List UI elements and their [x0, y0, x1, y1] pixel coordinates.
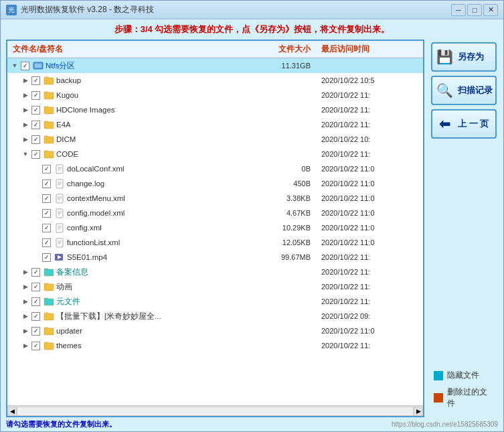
minimize-button[interactable]: ─	[451, 4, 466, 16]
svg-rect-6	[56, 179, 63, 188]
file-name: themes	[56, 342, 256, 350]
expand-icon[interactable]: ▶	[21, 120, 30, 129]
file-checkbox[interactable]	[31, 283, 40, 291]
file-checkbox[interactable]	[21, 62, 29, 70]
instruction-text: 步骤：3/4 勾选需要恢复的文件，点《另存为》按钮，将文件复制出来。	[114, 24, 390, 34]
close-button[interactable]: ✕	[483, 4, 498, 16]
file-header: 文件名/盘符名 文件大小 最后访问时间	[7, 41, 423, 58]
file-checkbox[interactable]	[42, 165, 51, 173]
file-checkbox[interactable]	[31, 106, 40, 115]
scroll-left-button[interactable]: ◀	[7, 407, 17, 416]
table-row[interactable]: ▶backup2020/10/22 10:5	[7, 73, 423, 88]
file-date: 2020/10/22 11:0	[316, 327, 423, 335]
expand-icon[interactable]: ▼	[10, 61, 19, 70]
table-row[interactable]: ▶动画2020/10/22 11:	[7, 279, 423, 294]
file-name: DICM	[56, 135, 256, 143]
scroll-right-button[interactable]: ▶	[414, 407, 423, 416]
table-row[interactable]: S5E01.mp499.67MB2020/10/22 11:	[7, 250, 423, 265]
expand-icon[interactable]: ▶	[21, 326, 30, 336]
file-checkbox[interactable]	[42, 194, 51, 203]
table-row[interactable]: ▶themes2020/10/22 11:	[7, 338, 423, 353]
table-row[interactable]: ▶Kugou2020/10/22 11:	[7, 88, 423, 102]
scan-records-button[interactable]: 🔍 扫描记录	[431, 76, 497, 105]
file-size: 450B	[256, 179, 316, 188]
file-checkbox[interactable]	[42, 209, 51, 218]
file-name: Ntfs分区	[46, 61, 256, 71]
file-list[interactable]: ▼Ntfs分区11.31GB▶backup2020/10/22 10:5▶Kug…	[7, 58, 423, 405]
file-checkbox[interactable]	[42, 224, 51, 232]
table-row[interactable]: ▼CODE2020/10/22 11:	[7, 147, 423, 161]
table-row[interactable]: ▶E4A2020/10/22 11:	[7, 117, 423, 132]
expand-icon[interactable]: ▶	[21, 105, 30, 115]
file-date: 2020/10/22 09:	[316, 312, 423, 320]
folder-icon	[44, 296, 54, 307]
table-row[interactable]: ▶【批量下载】[米奇妙妙屋全...2020/10/22 09:	[7, 309, 423, 323]
file-checkbox[interactable]	[31, 297, 40, 306]
table-row[interactable]: contextMenu.xml3.38KB2020/10/22 11:0	[7, 191, 423, 206]
expand-icon[interactable]: ▶	[21, 267, 30, 277]
file-checkbox[interactable]	[31, 150, 40, 159]
file-size: 10.29KB	[256, 224, 316, 232]
table-row[interactable]: ▶元文件2020/10/22 11:	[7, 294, 423, 309]
expand-icon[interactable]: ▶	[21, 76, 30, 85]
table-row[interactable]: doLocalConf.xml0B2020/10/22 11:0	[7, 161, 423, 176]
file-date: 2020/10/22 11:	[316, 297, 423, 305]
col-date-header: 最后访问时间	[316, 44, 423, 55]
file-name: CODE	[56, 150, 256, 158]
file-date: 2020/10/22 11:0	[316, 209, 423, 217]
table-row[interactable]: ▶DICM2020/10/22 10:	[7, 132, 423, 147]
file-date: 2020/10/22 11:	[316, 283, 423, 291]
doc-icon	[54, 178, 65, 189]
file-checkbox[interactable]	[42, 179, 51, 188]
folder-icon	[44, 104, 54, 115]
doc-icon	[54, 222, 65, 233]
file-checkbox[interactable]	[42, 238, 51, 247]
file-checkbox[interactable]	[31, 342, 40, 350]
file-size: 99.67MB	[256, 253, 316, 261]
file-checkbox[interactable]	[31, 312, 40, 321]
table-row[interactable]: ▼Ntfs分区11.31GB	[7, 58, 423, 73]
expand-icon[interactable]: ▶	[21, 90, 30, 100]
file-name: functionList.xml	[67, 238, 256, 246]
file-checkbox[interactable]	[31, 91, 40, 100]
file-date: 2020/10/22 11:	[316, 342, 423, 350]
file-name: 备案信息	[56, 267, 256, 277]
expand-icon[interactable]: ▶	[21, 311, 30, 321]
doc-icon	[54, 193, 65, 204]
file-checkbox[interactable]	[31, 268, 40, 277]
file-name: backup	[56, 76, 256, 84]
horizontal-scrollbar[interactable]	[17, 407, 414, 416]
file-date: 2020/10/22 11:0	[316, 165, 423, 173]
file-name: HDClone Images	[56, 106, 256, 114]
file-panel: 文件名/盘符名 文件大小 最后访问时间 ▼Ntfs分区11.31GB▶backu…	[6, 40, 424, 417]
file-date: 2020/10/22 11:0	[316, 224, 423, 232]
file-checkbox[interactable]	[31, 121, 40, 129]
deleted-file-label: 删除过的文件	[447, 386, 494, 409]
folder-icon	[44, 340, 54, 351]
table-row[interactable]: ▶备案信息2020/10/22 11:	[7, 265, 423, 279]
table-row[interactable]: ▶HDClone Images2020/10/22 11:	[7, 102, 423, 117]
hidden-file-legend: 隐藏文件	[434, 370, 494, 381]
table-row[interactable]: config.xml10.29KB2020/10/22 11:0	[7, 220, 423, 235]
window-controls: ─ □ ✕	[451, 4, 498, 16]
back-button[interactable]: ⬅ 上 一 页	[431, 109, 497, 139]
file-checkbox[interactable]	[31, 135, 40, 144]
folder-icon	[44, 119, 54, 130]
expand-icon[interactable]: ▶	[21, 135, 30, 144]
col-size-header: 文件大小	[256, 44, 316, 55]
file-checkbox[interactable]	[31, 327, 40, 336]
expand-icon[interactable]: ▼	[21, 149, 30, 159]
expand-icon[interactable]: ▶	[21, 282, 30, 291]
expand-icon[interactable]: ▶	[21, 341, 30, 350]
table-row[interactable]: functionList.xml12.05KB2020/10/22 11:0	[7, 235, 423, 250]
instruction-bar: 步骤：3/4 勾选需要恢复的文件，点《另存为》按钮，将文件复制出来。	[1, 19, 503, 40]
table-row[interactable]: ▶updater2020/10/22 11:0	[7, 323, 423, 338]
expand-icon[interactable]: ▶	[21, 297, 30, 306]
file-checkbox[interactable]	[31, 76, 40, 85]
file-checkbox[interactable]	[42, 253, 51, 262]
save-as-button[interactable]: 💾 另存为	[431, 42, 497, 72]
table-row[interactable]: change.log450B2020/10/22 11:0	[7, 176, 423, 191]
table-row[interactable]: config.model.xml4.67KB2020/10/22 11:0	[7, 206, 423, 220]
video-icon	[54, 252, 65, 263]
maximize-button[interactable]: □	[467, 4, 482, 16]
